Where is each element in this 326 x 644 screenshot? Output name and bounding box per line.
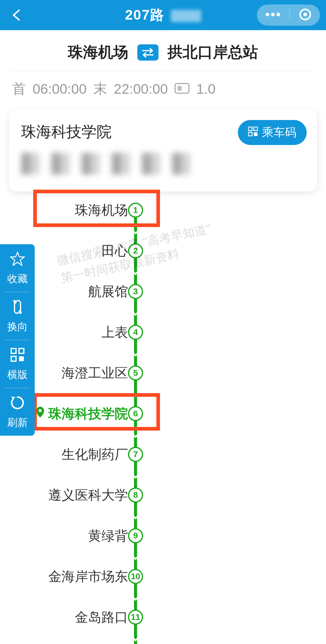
stop-row[interactable]: 遵义医科大学8 xyxy=(0,487,326,504)
nearest-station-card: 珠海科技学院 乘车码 xyxy=(9,110,317,191)
target-icon[interactable] xyxy=(299,8,312,22)
svg-point-1 xyxy=(271,13,275,16)
svg-point-13 xyxy=(19,311,22,314)
rail-arrow-icon xyxy=(131,388,140,397)
stop-row[interactable]: 生化制药厂7 xyxy=(0,446,326,463)
rail-arrow-icon xyxy=(131,591,140,601)
ride-code-label: 乘车码 xyxy=(262,125,296,140)
page-title: 207路 xyxy=(125,6,201,24)
stop-name: 田心 xyxy=(101,242,128,260)
rail-arrow-icon xyxy=(131,225,140,234)
location-pin-icon xyxy=(35,406,45,421)
stop-name: 遵义医科大学 xyxy=(48,486,128,504)
svg-point-2 xyxy=(276,13,280,16)
stops-list: 珠海机场1田心2航展馆3上表4海澄工业区5珠海科技学院6生化制药厂7遵义医科大学… xyxy=(0,196,326,644)
stop-name: 黄绿背 xyxy=(88,527,128,545)
svg-rect-8 xyxy=(254,127,257,131)
app-header: 207路 xyxy=(0,0,326,30)
favorite-label: 收藏 xyxy=(7,272,28,286)
svg-rect-10 xyxy=(254,132,257,136)
svg-point-11 xyxy=(39,409,42,412)
ride-code-button[interactable]: 乘车码 xyxy=(238,120,307,145)
stop-name: 珠海科技学院 xyxy=(35,405,128,423)
stop-row[interactable]: 航展馆3 xyxy=(0,283,326,300)
svg-rect-9 xyxy=(248,132,252,136)
svg-rect-17 xyxy=(19,356,24,361)
stop-row[interactable]: 金海岸市场东10 xyxy=(0,568,326,585)
more-icon[interactable] xyxy=(265,12,280,18)
stop-number-badge: 3 xyxy=(128,284,143,299)
refresh-label: 刷新 xyxy=(7,416,28,430)
stop-row[interactable]: 上表4 xyxy=(0,324,326,341)
stop-name: 上表 xyxy=(101,324,128,341)
stop-name: 金岛路口 xyxy=(75,608,128,626)
rail-arrow-icon xyxy=(131,347,140,356)
svg-point-4 xyxy=(303,13,307,16)
grid-icon xyxy=(9,347,26,365)
refresh-button[interactable]: 刷新 xyxy=(0,388,35,436)
stop-row[interactable]: 田心2 xyxy=(0,242,326,259)
schedule-bar: 首 06:00:00 末 22:00:00 1.0 xyxy=(0,72,326,106)
rail-arrow-icon xyxy=(131,551,140,560)
last-bus-time: 22:00:00 xyxy=(114,81,168,97)
chevron-left-icon xyxy=(11,9,23,21)
last-bus-label: 末 xyxy=(93,80,107,98)
stop-number-badge: 1 xyxy=(128,203,143,218)
stop-row[interactable]: 海澄工业区5 xyxy=(0,365,326,381)
stop-number-badge: 10 xyxy=(128,569,143,584)
first-bus-label: 首 xyxy=(12,80,26,98)
rail-arrow-icon xyxy=(131,510,140,519)
stop-number-badge: 4 xyxy=(128,325,143,340)
stop-number-badge: 8 xyxy=(128,488,143,503)
stop-row[interactable]: 珠海机场1 xyxy=(0,202,326,219)
reverse-label: 换向 xyxy=(7,320,28,334)
svg-rect-16 xyxy=(11,356,16,361)
first-bus-time: 06:00:00 xyxy=(33,81,87,97)
stop-row[interactable]: 珠海科技学院6 xyxy=(0,405,326,422)
layout-button[interactable]: 横版 xyxy=(0,340,35,388)
svg-rect-7 xyxy=(248,127,252,131)
rail-arrow-icon xyxy=(131,266,140,275)
fare-value: 1.0 xyxy=(196,81,216,97)
stop-row[interactable]: 金岛路口11 xyxy=(0,609,326,626)
layout-label: 横版 xyxy=(7,368,28,382)
stop-row[interactable]: 黄绿背9 xyxy=(0,527,326,544)
stop-number-badge: 11 xyxy=(128,610,143,625)
side-toolbar: 收藏 换向 横版 刷新 xyxy=(0,244,35,436)
svg-rect-15 xyxy=(19,349,24,353)
svg-rect-5 xyxy=(175,84,189,93)
back-button[interactable] xyxy=(9,8,24,23)
swap-icon xyxy=(141,47,155,58)
stop-number-badge: 5 xyxy=(128,365,143,380)
header-capsule xyxy=(257,5,320,26)
rail-arrow-icon xyxy=(131,469,140,478)
svg-point-0 xyxy=(266,13,269,16)
stop-number-badge: 9 xyxy=(128,528,143,543)
card-blurred-details xyxy=(21,153,191,175)
rail-arrow-icon xyxy=(131,632,140,641)
rail-arrow-icon xyxy=(131,306,140,316)
stop-number-badge: 2 xyxy=(128,243,143,258)
title-blurred-region xyxy=(171,10,201,22)
route-number: 207路 xyxy=(125,7,165,23)
swap-direction-button[interactable] xyxy=(137,44,158,61)
stop-name: 航展馆 xyxy=(88,283,128,301)
stop-name: 生化制药厂 xyxy=(62,446,128,463)
star-icon xyxy=(9,251,26,270)
qr-icon xyxy=(248,126,258,139)
rail-arrow-icon xyxy=(131,428,140,438)
fare-icon xyxy=(174,81,190,97)
reverse-icon xyxy=(9,299,26,317)
destination-station: 拱北口岸总站 xyxy=(168,42,258,62)
reverse-button[interactable]: 换向 xyxy=(0,292,35,340)
stop-name: 珠海机场 xyxy=(75,201,128,219)
svg-rect-14 xyxy=(11,349,16,353)
capsule-divider xyxy=(289,9,290,21)
stop-name: 海澄工业区 xyxy=(62,364,128,382)
stop-name: 金海岸市场东 xyxy=(48,568,128,586)
favorite-button[interactable]: 收藏 xyxy=(0,244,35,292)
stop-number-badge: 6 xyxy=(128,406,143,421)
refresh-icon xyxy=(9,395,26,413)
origin-station: 珠海机场 xyxy=(68,42,128,62)
svg-rect-6 xyxy=(177,86,182,91)
